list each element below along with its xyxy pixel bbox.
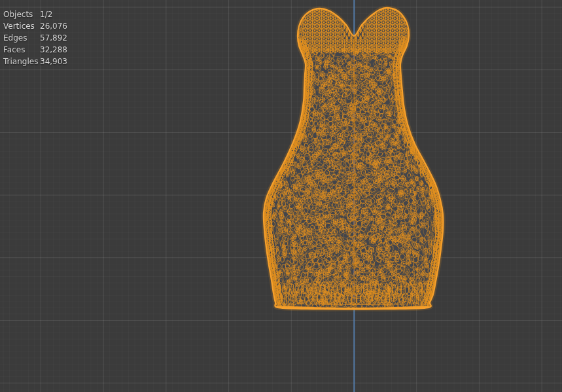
stat-value: 26,076 — [40, 20, 67, 32]
stat-label: Vertices — [3, 20, 40, 32]
stat-label: Edges — [3, 32, 40, 44]
stat-row-vertices: Vertices 26,076 — [3, 20, 67, 32]
stat-value: 32,288 — [40, 44, 67, 56]
stats-overlay: Objects 1/2 Vertices 26,076 Edges 57,892… — [3, 9, 67, 67]
stat-value: 57,892 — [40, 32, 67, 44]
stat-value: 34,903 — [40, 56, 67, 67]
stat-row-edges: Edges 57,892 — [3, 32, 67, 44]
stat-row-triangles: Triangles 34,903 — [3, 56, 67, 67]
stat-row-faces: Faces 32,288 — [3, 44, 67, 56]
stat-label: Triangles — [3, 56, 40, 67]
blender-viewport: Objects 1/2 Vertices 26,076 Edges 57,892… — [0, 0, 562, 392]
stat-row-objects: Objects 1/2 — [3, 9, 67, 20]
stat-label: Objects — [3, 9, 40, 20]
viewport-canvas[interactable] — [0, 0, 562, 392]
stat-value: 1/2 — [40, 9, 52, 20]
stat-label: Faces — [3, 44, 40, 56]
